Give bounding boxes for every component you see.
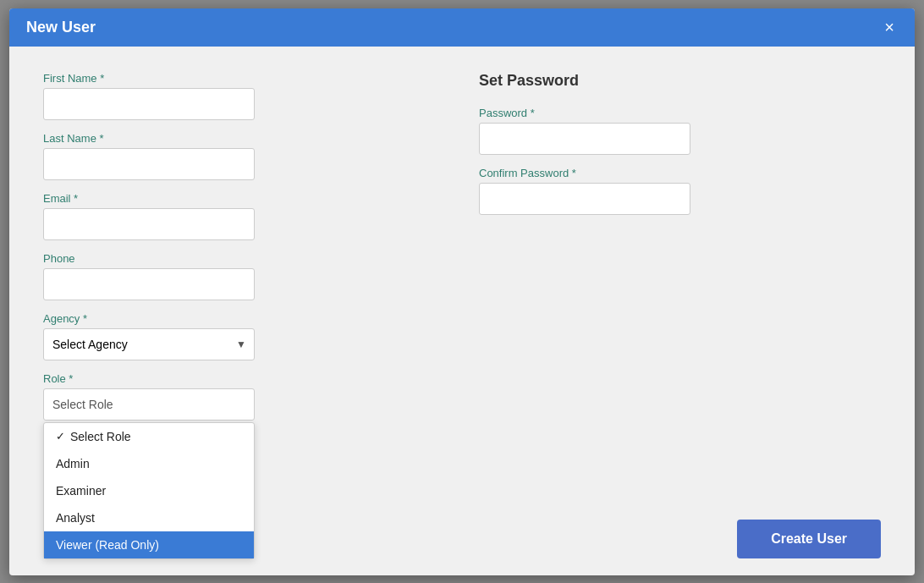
agency-label: Agency *	[43, 312, 445, 325]
phone-label: Phone	[43, 252, 445, 265]
close-button[interactable]: ×	[881, 19, 898, 36]
create-user-button[interactable]: Create User	[737, 520, 881, 558]
first-name-input[interactable]	[43, 88, 255, 120]
checkmark-icon: ✓	[56, 430, 65, 443]
role-option-examiner-label: Examiner	[56, 484, 106, 498]
role-dropdown-menu: ✓ Select Role Admin Examiner Analyst	[43, 422, 255, 559]
role-label: Role *	[43, 372, 445, 385]
left-column: First Name * Last Name * Email * Phone A	[43, 72, 445, 481]
first-name-label: First Name *	[43, 72, 445, 85]
password-label: Password *	[479, 107, 881, 119]
modal-overlay: New User × First Name * Last Name * Emai…	[0, 0, 924, 583]
password-input[interactable]	[479, 123, 690, 155]
right-column: Set Password Password * Confirm Password…	[479, 72, 881, 481]
email-label: Email *	[43, 192, 445, 205]
role-option-viewer[interactable]: Viewer (Read Only)	[44, 531, 254, 558]
role-option-admin[interactable]: Admin	[44, 450, 254, 477]
modal-title: New User	[26, 19, 96, 36]
role-option-analyst-label: Analyst	[56, 511, 95, 525]
confirm-password-input[interactable]	[479, 183, 690, 215]
agency-select[interactable]: Select Agency	[43, 328, 255, 360]
role-selected-value: Select Role	[52, 398, 113, 411]
new-user-modal: New User × First Name * Last Name * Emai…	[9, 8, 915, 575]
last-name-input[interactable]	[43, 148, 255, 180]
role-input-display[interactable]: Select Role	[43, 388, 255, 421]
confirm-password-field-group: Confirm Password *	[479, 167, 881, 215]
role-option-label: Select Role	[70, 430, 131, 443]
role-option-select-role[interactable]: ✓ Select Role	[44, 423, 254, 450]
password-field-group: Password *	[479, 107, 881, 155]
agency-field-group: Agency * Select Agency ▼	[43, 312, 445, 360]
role-option-viewer-label: Viewer (Read Only)	[56, 538, 159, 552]
phone-field-group: Phone	[43, 252, 445, 300]
confirm-password-label: Confirm Password *	[479, 167, 881, 179]
email-input[interactable]	[43, 208, 255, 240]
email-field-group: Email *	[43, 192, 445, 240]
role-field-group: Role * Select Role ✓ Select Role	[43, 372, 445, 421]
role-option-examiner[interactable]: Examiner	[44, 477, 254, 504]
role-option-admin-label: Admin	[56, 457, 90, 470]
agency-select-wrapper: Select Agency ▼	[43, 328, 255, 360]
first-name-field-group: First Name *	[43, 72, 445, 120]
last-name-field-group: Last Name *	[43, 132, 445, 180]
modal-body: First Name * Last Name * Email * Phone A	[9, 47, 915, 506]
set-password-title: Set Password	[479, 72, 881, 90]
role-option-analyst[interactable]: Analyst	[44, 504, 254, 531]
phone-input[interactable]	[43, 268, 255, 300]
last-name-label: Last Name *	[43, 132, 445, 145]
modal-header: New User ×	[9, 8, 915, 47]
role-select-wrapper: Select Role ✓ Select Role Admin	[43, 388, 255, 421]
